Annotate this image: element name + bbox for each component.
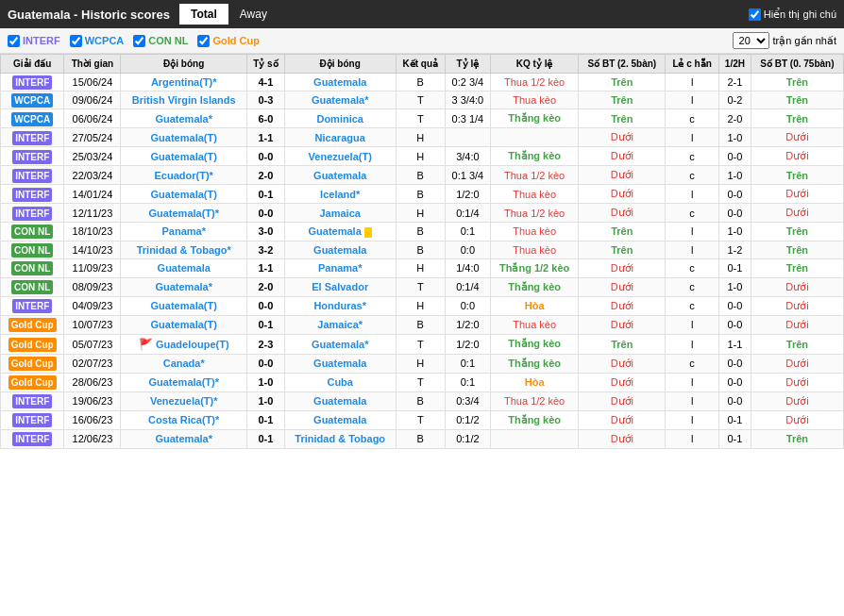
team-home-cell[interactable]: Guatemala [121,258,247,277]
team-home-cell[interactable]: Panama* [121,223,247,241]
result-cell: B [396,429,445,448]
team-home-cell[interactable]: Guatemala* [121,109,247,128]
team-away-cell[interactable]: Guatemala* [284,92,396,109]
date-cell: 15/06/24 [64,74,121,92]
team-away-cell[interactable]: Guatemala* [284,334,396,354]
team-away-cell[interactable]: Honduras* [284,296,396,315]
filter-interf[interactable]: INTERF [8,35,60,47]
team-home-cell[interactable]: Trinidad & Tobago* [121,241,247,258]
le-chan-cell: c [666,277,719,296]
le-chan-cell: l [666,429,719,448]
so-bt-cell: Trên [579,241,666,258]
table-row: INTERF 16/06/23 Costa Rica(T)* 0-1 Guate… [1,410,844,429]
team-home-cell[interactable]: Guatemala(T) [121,315,247,334]
so-bt2-cell: Trên [751,223,843,241]
team-home-cell[interactable]: Guatemala(T)* [121,204,247,223]
team-away-cell[interactable]: Guatemala [284,391,396,410]
league-cell: INTERF [1,147,64,166]
tab-away[interactable]: Away [228,4,279,25]
team-away-cell[interactable]: Panama* [284,258,396,277]
kq-ratio-cell: Thua kèo [490,241,579,258]
half-cell: 1-0 [718,166,751,185]
team-home-cell[interactable]: Venezuela(T)* [121,391,247,410]
team-away-cell[interactable]: Guatemala [284,74,396,92]
team-home-cell[interactable]: Guatemala* [121,277,247,296]
filter-wcpca[interactable]: WCPCA [70,35,125,47]
team-home-cell[interactable]: Costa Rica(T)* [121,410,247,429]
half-cell: 1-0 [718,277,751,296]
team-home-cell[interactable]: Guatemala(T) [121,296,247,315]
so-bt-cell: Trên [579,109,666,128]
score-cell: 0-1 [247,410,285,429]
league-cell: WCPCA [1,92,64,109]
ratio-cell: 0:3 1/4 [445,109,490,128]
team-home-cell[interactable]: British Virgin Islands [121,92,247,109]
result-cell: H [396,147,445,166]
team-home-cell[interactable]: Guatemala(T) [121,147,247,166]
table-row: INTERF 27/05/24 Guatemala(T) 1-1 Nicarag… [1,128,844,147]
ratio-cell: 0:1/2 [445,410,490,429]
ratio-cell: 0:0 [445,296,490,315]
so-bt2-cell: Dưới [751,354,843,373]
team-away-cell[interactable]: Guatemala [284,354,396,373]
team-away-cell[interactable]: El Salvador [284,277,396,296]
result-cell: T [396,410,445,429]
filter-connl[interactable]: CON NL [133,35,188,47]
team-home-cell[interactable]: Ecuador(T)* [121,166,247,185]
kq-ratio-cell: Thua 1/2 kèo [490,204,579,223]
kq-ratio-cell: Thua 1/2 kèo [490,166,579,185]
col-league: Giải đấu [1,55,64,74]
table-row: Gold Cup 05/07/23 🚩 Guadeloupe(T) 2-3 Gu… [1,334,844,354]
team-home-cell[interactable]: Canada* [121,354,247,373]
ratio-cell: 0:1/4 [445,204,490,223]
so-bt2-cell: Trên [751,258,843,277]
half-cell: 0-0 [718,373,751,391]
score-cell: 2-3 [247,334,285,354]
tab-total[interactable]: Total [179,4,228,25]
so-bt-cell: Dưới [579,429,666,448]
team-away-cell[interactable]: Iceland* [284,185,396,204]
team-home-cell[interactable]: Guatemala(T)* [121,373,247,391]
kq-ratio-cell: Thắng 1/2 kèo [490,258,579,277]
ratio-cell: 1/4:0 [445,258,490,277]
team-away-cell[interactable]: Guatemala [284,166,396,185]
team-home-cell[interactable]: 🚩 Guadeloupe(T) [121,334,247,354]
team-away-cell[interactable]: Guatemala [284,241,396,258]
result-cell: T [396,277,445,296]
kq-ratio-cell: Thua kèo [490,92,579,109]
team-away-cell[interactable]: Venezuela(T) [284,147,396,166]
result-cell: T [396,109,445,128]
team-home-cell[interactable]: Argentina(T)* [121,74,247,92]
col-le-chan: Lẻ c hẵn [666,55,719,74]
kq-ratio-cell: Thua kèo [490,185,579,204]
so-bt2-cell: Dưới [751,204,843,223]
league-cell: CON NL [1,223,64,241]
team-away-cell[interactable]: Jamaica [284,204,396,223]
count-select[interactable]: 20 10 30 [733,32,769,49]
so-bt-cell: Dưới [579,354,666,373]
so-bt-cell: Dưới [579,373,666,391]
team-away-cell[interactable]: Cuba [284,373,396,391]
show-notes-checkbox[interactable]: Hiển thị ghi chú [749,8,836,21]
team-home-cell[interactable]: Guatemala* [121,429,247,448]
table-row: INTERF 14/01/24 Guatemala(T) 0-1 Iceland… [1,185,844,204]
score-cell: 1-1 [247,258,285,277]
date-cell: 18/10/23 [64,223,121,241]
team-away-cell[interactable]: Dominica [284,109,396,128]
team-away-cell[interactable]: Guatemala [284,223,396,241]
team-away-cell[interactable]: Trinidad & Tobago [284,429,396,448]
team-away-cell[interactable]: Guatemala [284,410,396,429]
kq-ratio-cell: Thắng kèo [490,354,579,373]
team-away-cell[interactable]: Jamaica* [284,315,396,334]
team-away-cell[interactable]: Nicaragua [284,128,396,147]
date-cell: 12/06/23 [64,429,121,448]
result-cell: T [396,334,445,354]
col-result: Kết quả [396,55,445,74]
team-home-cell[interactable]: Guatemala(T) [121,128,247,147]
filter-goldcup[interactable]: Gold Cup [197,35,260,47]
score-cell: 1-0 [247,391,285,410]
kq-ratio-cell: Thua 1/2 kèo [490,74,579,92]
ratio-cell: 0:3/4 [445,391,490,410]
team-home-cell[interactable]: Guatemala(T) [121,185,247,204]
kq-ratio-cell [490,429,579,448]
